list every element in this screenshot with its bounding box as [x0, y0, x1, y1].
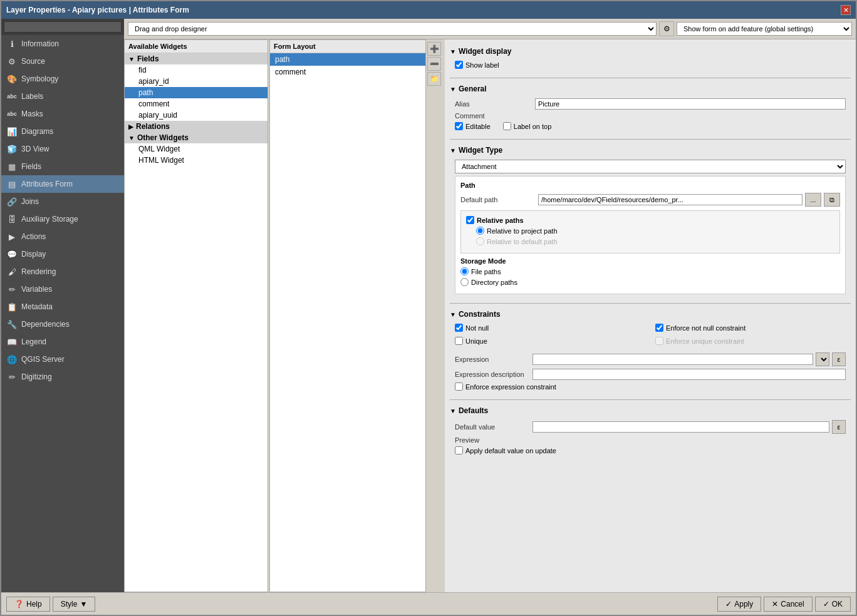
- alias-input[interactable]: [535, 98, 846, 110]
- widget-html[interactable]: HTML Widget: [125, 155, 267, 166]
- directory-paths-radio[interactable]: [460, 278, 469, 286]
- default-value-input[interactable]: [532, 421, 829, 433]
- sidebar-item-auxiliary-storage[interactable]: 🗄 Auxiliary Storage: [1, 210, 124, 228]
- sidebar-item-3dview[interactable]: 🧊 3D View: [1, 140, 124, 158]
- relative-paths-checkbox[interactable]: [466, 216, 474, 224]
- relative-to-project-radio[interactable]: [476, 227, 484, 235]
- form-comment-label: comment: [275, 68, 306, 76]
- general-section-header[interactable]: ▼ General: [450, 82, 851, 96]
- sidebar-item-labels[interactable]: abc Labels: [1, 88, 124, 105]
- toolbar-settings-btn[interactable]: ⚙: [659, 21, 674, 36]
- comment-row: Comment: [455, 112, 846, 120]
- defaults-arrow: ▼: [450, 408, 456, 414]
- cancel-button[interactable]: ✕ Cancel: [764, 597, 812, 612]
- enforce-expression-checkbox[interactable]: [455, 382, 463, 391]
- sidebar-search-container: [1, 19, 124, 35]
- main-window: Layer Properties - Apiary pictures | Att…: [0, 0, 857, 616]
- not-null-checkbox[interactable]: [455, 324, 463, 332]
- default-path-row: Default path ... ⧉: [460, 193, 840, 207]
- default-value-expr-btn[interactable]: ε: [832, 420, 846, 434]
- relative-paths-label: Relative paths: [477, 217, 524, 224]
- other-widgets-category[interactable]: ▼ Other Widgets: [125, 132, 267, 143]
- unique-checkbox[interactable]: [455, 337, 463, 345]
- browse-path-btn[interactable]: ...: [805, 193, 821, 207]
- ok-label: OK: [832, 600, 843, 608]
- form-layout-header: Form Layout: [270, 40, 425, 53]
- sidebar-item-masks[interactable]: abc Masks: [1, 105, 124, 123]
- sidebar-item-symbology[interactable]: 🎨 Symbology: [1, 70, 124, 88]
- diagrams-icon: 📊: [6, 126, 18, 137]
- show-label-checkbox[interactable]: [455, 61, 463, 69]
- form-layout-comment[interactable]: comment: [270, 66, 425, 78]
- widget-comment[interactable]: comment: [125, 98, 267, 110]
- relations-category[interactable]: ▶ Relations: [125, 121, 267, 132]
- widget-display-section-header[interactable]: ▼ Widget display: [450, 44, 851, 58]
- sidebar-item-source[interactable]: ⚙ Source: [1, 53, 124, 70]
- editable-checkbox[interactable]: [455, 122, 463, 130]
- close-button[interactable]: ✕: [841, 5, 851, 15]
- label-on-top-checkbox[interactable]: [503, 122, 511, 130]
- widget-type-dropdown[interactable]: Attachment: [455, 160, 846, 173]
- enforce-unique-checkbox[interactable]: [655, 337, 663, 345]
- sidebar-item-attributes-form[interactable]: ▤ Attributes Form: [1, 175, 124, 193]
- expression-edit-btn[interactable]: ε: [832, 352, 846, 366]
- sidebar-label-source: Source: [21, 57, 45, 66]
- main-content: ℹ Information ⚙ Source 🎨 Symbology abc L…: [1, 19, 856, 592]
- apply-on-update-checkbox[interactable]: [455, 446, 463, 454]
- copy-path-btn[interactable]: ⧉: [824, 193, 840, 207]
- help-button[interactable]: ❓ Help: [6, 597, 50, 612]
- expression-input[interactable]: [532, 354, 813, 365]
- sidebar-item-digitizing[interactable]: ✏ Digitizing: [1, 368, 124, 386]
- default-path-input[interactable]: [538, 194, 802, 205]
- expression-dropdown[interactable]: ▼: [816, 352, 829, 366]
- relative-to-project-label: Relative to project path: [487, 227, 558, 235]
- constraints-section-header[interactable]: ▼ Constraints: [450, 307, 851, 321]
- labels-icon: abc: [6, 91, 18, 102]
- sidebar-item-qgis-server[interactable]: 🌐 QGIS Server: [1, 351, 124, 368]
- sidebar-label-variables: Variables: [21, 285, 52, 294]
- sidebar-item-legend[interactable]: 📖 Legend: [1, 333, 124, 351]
- sidebar-item-information[interactable]: ℹ Information: [1, 35, 124, 53]
- remove-field-btn[interactable]: ➖: [427, 57, 441, 71]
- move-field-btn[interactable]: 📁: [427, 72, 441, 86]
- widget-type-section-header[interactable]: ▼ Widget Type: [450, 143, 851, 157]
- defaults-section-header[interactable]: ▼ Defaults: [450, 404, 851, 418]
- relative-to-default-radio[interactable]: [476, 237, 484, 245]
- designer-dropdown[interactable]: Drag and drop designer: [128, 22, 657, 36]
- expression-desc-input[interactable]: [532, 369, 846, 380]
- style-button[interactable]: Style ▼: [53, 597, 96, 612]
- apiary-id-label: apiary_id: [138, 77, 169, 86]
- sidebar-label-joins: Joins: [21, 197, 39, 206]
- sidebar-item-metadata[interactable]: 📋 Metadata: [1, 298, 124, 316]
- sidebar-item-joins[interactable]: 🔗 Joins: [1, 193, 124, 210]
- show-form-dropdown[interactable]: Show form on add feature (global setting…: [677, 22, 852, 36]
- widget-qml[interactable]: QML Widget: [125, 143, 267, 155]
- widget-fid[interactable]: fid: [125, 64, 267, 76]
- sidebar-search-input[interactable]: [4, 21, 122, 33]
- dependencies-icon: 🔧: [6, 319, 18, 330]
- enforce-not-null-checkbox[interactable]: [655, 324, 663, 332]
- sidebar-item-rendering[interactable]: 🖌 Rendering: [1, 263, 124, 280]
- form-layout-path[interactable]: path: [270, 53, 425, 66]
- default-value-label: Default value: [455, 423, 530, 431]
- sidebar-item-fields[interactable]: ▦ Fields: [1, 158, 124, 175]
- fields-category[interactable]: ▼ Fields: [125, 53, 267, 64]
- bottom-bar: ❓ Help Style ▼ ✓ Apply ✕ Cancel ✓ OK: [1, 592, 856, 615]
- file-paths-radio[interactable]: [460, 267, 469, 275]
- path-label: path: [138, 88, 153, 97]
- add-field-btn[interactable]: ➕: [427, 42, 441, 56]
- 3dview-icon: 🧊: [6, 143, 18, 155]
- sidebar-item-actions[interactable]: ▶ Actions: [1, 228, 124, 245]
- sidebar-item-dependencies[interactable]: 🔧 Dependencies: [1, 316, 124, 333]
- widget-path[interactable]: path: [125, 87, 267, 98]
- preview-label: Preview: [455, 436, 530, 444]
- constraints-title: Constraints: [459, 310, 501, 319]
- ok-button[interactable]: ✓ OK: [815, 597, 851, 612]
- widget-apiary-uuid[interactable]: apiary_uuid: [125, 110, 267, 121]
- sidebar-item-variables[interactable]: ✏ Variables: [1, 280, 124, 298]
- apply-button[interactable]: ✓ Apply: [717, 597, 761, 612]
- widget-apiary-id[interactable]: apiary_id: [125, 76, 267, 87]
- sidebar-item-diagrams[interactable]: 📊 Diagrams: [1, 123, 124, 140]
- fid-label: fid: [138, 66, 147, 74]
- sidebar-item-display[interactable]: 💬 Display: [1, 245, 124, 263]
